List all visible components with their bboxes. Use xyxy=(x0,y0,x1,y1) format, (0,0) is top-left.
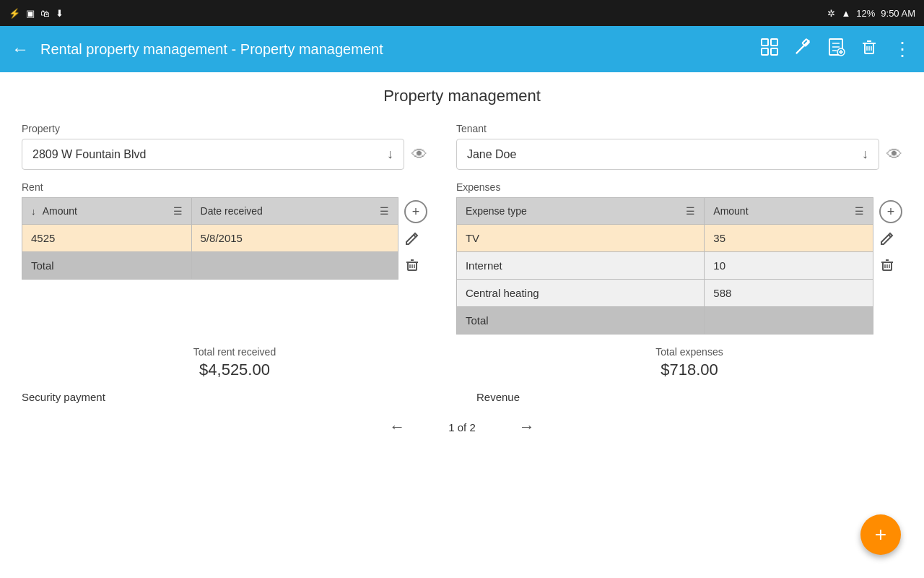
table-row: Total xyxy=(456,307,873,335)
download-icon: ⬇ xyxy=(56,8,64,19)
total-rent-label: Total rent received xyxy=(22,346,448,358)
table-row: TV 35 xyxy=(456,225,873,252)
property-eye-icon[interactable]: 👁 xyxy=(411,145,427,164)
expenses-table-wrap: Expense type ☰ Amount ☰ xyxy=(456,197,873,335)
bluetooth-icon: ✲ xyxy=(827,8,835,19)
tenant-dropdown-arrow: ↓ xyxy=(862,147,868,162)
rent-add-button[interactable]: + xyxy=(404,200,427,223)
page-title: Property management xyxy=(22,87,902,105)
type-col-menu[interactable]: ☰ xyxy=(686,205,695,217)
rent-date-header: Date received ☰ xyxy=(191,198,398,225)
rent-total-value xyxy=(191,252,398,280)
prev-page-button[interactable]: ← xyxy=(389,418,405,436)
tenant-dropdown[interactable]: Jane Doe ↓ xyxy=(456,139,879,170)
property-dropdown-arrow: ↓ xyxy=(387,147,393,162)
usb-icon: ⚡ xyxy=(9,8,20,19)
exp-amount-col-menu[interactable]: ☰ xyxy=(855,205,864,217)
left-column: Property 2809 W Fountain Blvd ↓ 👁 Rent ↓ xyxy=(22,123,427,335)
total-expenses-value: $718.00 xyxy=(476,361,902,379)
expenses-table: Expense type ☰ Amount ☰ xyxy=(456,197,873,335)
wifi-icon: ▲ xyxy=(841,8,850,19)
tenant-dropdown-row: Jane Doe ↓ 👁 xyxy=(456,139,902,170)
expenses-section-label: Expenses xyxy=(456,181,902,193)
totals-row: Total rent received $4,525.00 Total expe… xyxy=(22,346,902,379)
rent-table-wrap: ↓ Amount ☰ Date received ☰ xyxy=(22,197,398,280)
table-row: Central heating 588 xyxy=(456,280,873,307)
rent-table: ↓ Amount ☰ Date received ☰ xyxy=(22,197,398,280)
expense-amount-header: Amount ☰ xyxy=(705,198,873,225)
expenses-table-area: Expense type ☰ Amount ☰ xyxy=(456,197,902,335)
svg-rect-3 xyxy=(771,48,777,55)
rent-action-icons: + xyxy=(404,197,427,277)
battery-text: 12% xyxy=(856,8,875,19)
expenses-delete-button[interactable] xyxy=(879,257,902,277)
expense-amount-heating: 588 xyxy=(705,280,873,307)
property-value: 2809 W Fountain Blvd xyxy=(32,148,146,161)
date-col-menu[interactable]: ☰ xyxy=(380,205,389,217)
expense-type-header: Expense type ☰ xyxy=(456,198,704,225)
receipt-icon[interactable] xyxy=(827,38,845,61)
property-dropdown[interactable]: 2809 W Fountain Blvd ↓ xyxy=(22,139,404,170)
status-time: 9:50 AM xyxy=(881,8,915,19)
svg-line-5 xyxy=(796,51,799,53)
table-row: 4525 5/8/2015 xyxy=(22,225,398,252)
expenses-action-icons: + xyxy=(879,197,902,277)
total-expenses-label: Total expenses xyxy=(476,346,902,358)
svg-line-28 xyxy=(889,235,891,237)
expense-amount-tv: 35 xyxy=(705,225,873,252)
table-row: Total xyxy=(22,252,398,280)
expense-type-heating: Central heating xyxy=(456,280,704,307)
expense-amount-internet: 10 xyxy=(705,252,873,280)
app-title: Rental property management - Property ma… xyxy=(40,41,749,58)
rent-delete-button[interactable] xyxy=(404,257,427,277)
expense-total-value xyxy=(705,307,873,335)
property-dropdown-row: 2809 W Fountain Blvd ↓ 👁 xyxy=(22,139,427,170)
tenant-value: Jane Doe xyxy=(467,148,517,161)
fab-add-button[interactable]: + xyxy=(860,514,901,555)
fab-plus-icon: + xyxy=(875,523,886,546)
bag-icon: 🛍 xyxy=(40,8,50,19)
rent-section-label: Rent xyxy=(22,181,427,193)
rent-amount-cell: 4525 xyxy=(22,225,192,252)
security-payment-label: Security payment xyxy=(22,391,448,403)
more-icon[interactable]: ⋮ xyxy=(893,38,912,61)
top-bar: ← Rental property management - Property … xyxy=(0,26,924,72)
svg-rect-1 xyxy=(771,39,777,46)
expenses-add-button[interactable]: + xyxy=(879,200,902,223)
revenue-label: Revenue xyxy=(476,391,902,403)
expense-total-label: Total xyxy=(456,307,704,335)
total-rent-block: Total rent received $4,525.00 xyxy=(22,346,448,379)
rent-date-cell: 5/8/2015 xyxy=(191,225,398,252)
trash-icon[interactable] xyxy=(860,38,879,61)
expenses-edit-button[interactable] xyxy=(879,230,902,250)
next-page-button[interactable]: → xyxy=(519,418,535,436)
total-rent-value: $4,525.00 xyxy=(22,361,448,379)
rent-edit-button[interactable] xyxy=(404,230,427,250)
total-expenses-block: Total expenses $718.00 xyxy=(476,346,902,379)
right-column: Tenant Jane Doe ↓ 👁 Expenses Expense typ… xyxy=(456,123,902,335)
svg-rect-2 xyxy=(762,48,768,55)
bottom-labels: Security payment Revenue xyxy=(22,391,902,403)
tenant-label: Tenant xyxy=(456,123,902,134)
back-button[interactable]: ← xyxy=(12,39,29,59)
rent-total-label: Total xyxy=(22,252,192,280)
expense-type-tv: TV xyxy=(456,225,704,252)
pencil-ruler-icon[interactable] xyxy=(793,38,812,61)
top-bar-icons: ⋮ xyxy=(760,38,912,61)
two-column-layout: Property 2809 W Fountain Blvd ↓ 👁 Rent ↓ xyxy=(22,123,902,335)
pagination-text: 1 of 2 xyxy=(448,421,476,434)
svg-line-21 xyxy=(414,235,416,237)
tenant-eye-icon[interactable]: 👁 xyxy=(886,145,902,164)
rent-amount-header: ↓ Amount ☰ xyxy=(22,198,192,225)
rent-table-area: ↓ Amount ☰ Date received ☰ xyxy=(22,197,427,280)
grid-icon[interactable] xyxy=(760,38,779,61)
status-bar: ⚡ ▣ 🛍 ⬇ ✲ ▲ 12% 9:50 AM xyxy=(0,0,924,26)
status-bar-right: ✲ ▲ 12% 9:50 AM xyxy=(827,8,915,19)
status-bar-left: ⚡ ▣ 🛍 ⬇ xyxy=(9,8,64,19)
main-content: Property management Property 2809 W Foun… xyxy=(0,72,924,578)
svg-rect-7 xyxy=(802,39,809,46)
pagination: ← 1 of 2 → xyxy=(22,418,902,436)
sim-icon: ▣ xyxy=(26,8,35,19)
expense-type-internet: Internet xyxy=(456,252,704,280)
amount-col-menu[interactable]: ☰ xyxy=(173,205,183,217)
